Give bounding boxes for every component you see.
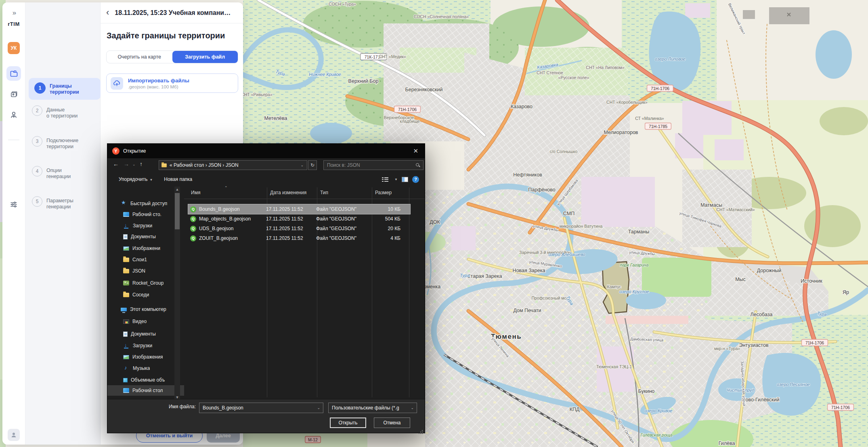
expand-sidebar-icon[interactable]: » (13, 9, 15, 17)
import-files-hint: .geojson (макс. 100 Мб) (128, 84, 189, 89)
tree-item--[interactable]: Документы (107, 231, 184, 242)
step-label: Подключение территории (46, 136, 78, 150)
geojson-file-icon: Q (190, 235, 196, 241)
address-dropdown-icon[interactable]: ⌄ (300, 163, 307, 167)
organize-menu[interactable]: Упорядочить▼ (119, 176, 153, 182)
map-label: Верхний Бор (348, 78, 379, 84)
user-avatar[interactable] (8, 429, 20, 441)
map-label: СНТ Степное (537, 70, 563, 75)
dialog-titlebar[interactable]: Y Открытие ✕ (107, 144, 425, 158)
filetype-dropdown-icon[interactable]: ⌄ (411, 406, 414, 410)
users-icon[interactable] (6, 107, 21, 122)
tree-item--[interactable]: Соседи (107, 290, 184, 300)
column-type[interactable]: Тип (320, 190, 328, 195)
map-label: парк Гагарина (620, 262, 649, 267)
new-folder-button[interactable]: Новая папка (164, 176, 192, 182)
sort-ascending-icon[interactable]: ⌃ (224, 186, 228, 190)
workspace-badge[interactable]: УК (8, 42, 20, 54)
cancel-button[interactable]: Отмена (374, 418, 410, 428)
view-mode-icon[interactable] (382, 177, 388, 182)
sidebar-divider (8, 140, 19, 140)
map-label: Ново-Гилёвский (742, 397, 779, 403)
resize-grip[interactable] (422, 430, 423, 431)
file-type: Файл "GEOJSON" (316, 206, 367, 212)
tree-item-label: Видео (132, 319, 147, 324)
projects-folder-icon[interactable] (6, 66, 21, 81)
tree-item-rocket_group[interactable]: Rocket_Group (107, 278, 184, 288)
file-row-Map_objects_B.geojson[interactable]: QMap_objects_B.geojson17.11.2025 11:52Фа… (188, 214, 410, 224)
tab-upload-file[interactable]: Загрузить файл (172, 51, 238, 63)
open-button[interactable]: Открыть (330, 418, 366, 428)
file-row-UDS_B.geojson[interactable]: QUDS_B.geojson17.11.2025 11:52Файл "GEOJ… (188, 224, 410, 233)
filename-input[interactable]: Bounds_B.geojson ⌄ (199, 403, 323, 413)
tree-item--[interactable]: Изображени (107, 243, 184, 254)
tree-item--[interactable]: Загрузки (107, 340, 184, 351)
rocket-icon (123, 281, 129, 285)
folder-tree: Быстрый доступРабочий сто.ЗагрузкиДокуме… (107, 187, 184, 400)
tree-item--[interactable]: Рабочий стол (107, 385, 184, 396)
tree-item--[interactable]: Этот компьютер (107, 304, 184, 315)
preview-pane-icon[interactable] (402, 177, 408, 182)
wizard-step-5[interactable]: 5Параметры генерации (29, 196, 97, 210)
back-icon[interactable]: ‹ (106, 7, 109, 18)
dialog-title: Открытие (123, 148, 146, 154)
desktop-icon (123, 388, 129, 393)
tree-item-json[interactable]: JSON (107, 266, 184, 276)
wizard-step-1[interactable]: 1Границы территории (29, 78, 101, 100)
wizard-step-3[interactable]: 3Подключение территории (29, 136, 97, 150)
map-label: Тюменская ТЭЦ-1 (596, 364, 632, 369)
filename-dropdown-icon[interactable]: ⌄ (317, 406, 320, 410)
scroll-up-icon[interactable]: ▲ (174, 187, 180, 192)
help-icon[interactable]: ? (412, 176, 419, 183)
tree-item--[interactable]: Рабочий сто. (107, 209, 184, 220)
file-row-ZOUIT_B.geojson[interactable]: QZOUIT_B.geojson17.11.2025 11:52Файл "GE… (188, 233, 410, 243)
cube-icon (123, 378, 128, 382)
tree-scrollbar[interactable]: ▲ ▼ (174, 187, 180, 400)
tree-item--[interactable]: Документы (107, 329, 184, 339)
refresh-icon[interactable]: ↻ (308, 160, 317, 170)
tree-item--[interactable]: Объемные объ (107, 375, 184, 385)
gallery-icon[interactable] (6, 87, 21, 102)
nav-up-icon[interactable]: ↑ (140, 161, 143, 167)
tree-item--[interactable]: Изображения (107, 352, 184, 362)
wizard-step-4[interactable]: 4Опции генерации (29, 166, 97, 180)
tree-item--[interactable]: Музыка (107, 363, 184, 374)
import-files-link[interactable]: Импортировать файлы (128, 78, 189, 84)
dialog-toolbar: Упорядочить▼ Новая папка ▼ ? (107, 172, 425, 187)
nav-history-icon[interactable]: ⌄ (132, 162, 136, 166)
file-row-Bounds_B.geojson[interactable]: QBounds_B.geojson17.11.2025 11:52Файл "G… (188, 204, 410, 214)
tree-item--[interactable]: Загрузки (107, 220, 184, 231)
view-mode-dropdown-icon[interactable]: ▼ (394, 178, 398, 181)
tree-item-label: JSON (132, 268, 145, 274)
nav-back-icon[interactable]: ← (113, 161, 119, 167)
tree-item--[interactable]: Видео (107, 316, 184, 327)
close-icon[interactable]: ✕ (413, 147, 418, 155)
filetype-select[interactable]: Пользовательские файлы (*.g ⌄ (328, 403, 417, 413)
computer-icon (121, 308, 127, 311)
wizard-step-2[interactable]: 2Данные о территории (29, 105, 97, 119)
import-files-dropzone[interactable]: Импортировать файлы .geojson (макс. 100 … (106, 73, 238, 93)
nav-forward-icon[interactable]: → (124, 161, 129, 167)
settings-sliders-icon[interactable] (6, 197, 21, 212)
tree-item--[interactable]: Быстрый доступ (107, 198, 184, 209)
map-label: Метелёва (264, 115, 287, 121)
desktop-icon (123, 212, 129, 217)
breadcrumb[interactable]: « Рабочий стол › JSON › JSON (170, 162, 239, 168)
file-size: 10 КБ (367, 206, 400, 212)
document-icon (123, 332, 128, 337)
address-bar[interactable]: « Рабочий стол › JSON › JSON ⌄ (159, 160, 307, 170)
scrollbar-thumb[interactable] (175, 193, 180, 229)
file-type: Файл "GEOJSON" (316, 226, 367, 231)
tab-draw-on-map[interactable]: Очертить на карте (107, 51, 172, 63)
search-input[interactable]: Поиск в: JSON (323, 160, 424, 170)
column-size[interactable]: Размер (375, 190, 392, 195)
column-name[interactable]: Имя (191, 190, 200, 195)
road-badge: 71Н-1706 (828, 404, 854, 411)
column-date[interactable]: Дата изменения (270, 190, 306, 195)
map-label: Чистый пруд (727, 388, 755, 392)
map-label: Тура (460, 273, 470, 278)
folder-icon (161, 163, 167, 167)
step-label: Данные о территории (46, 105, 78, 119)
tree-item--1[interactable]: Слои1 (107, 254, 184, 265)
tree-item-label: Изображения (132, 354, 163, 360)
